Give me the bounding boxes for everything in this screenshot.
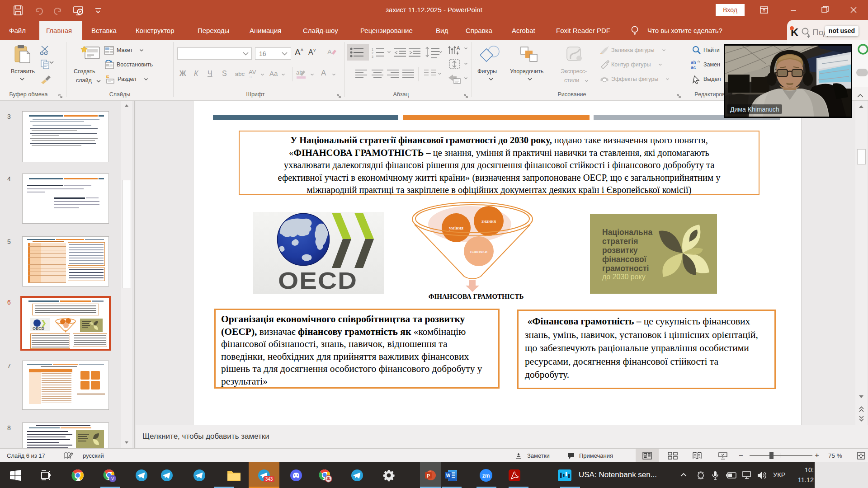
svg-text:A: A [327, 48, 332, 56]
svg-text:ac: ac [691, 65, 696, 70]
svg-text:навички: навички [470, 249, 488, 254]
svg-text:OECD: OECD [33, 326, 45, 330]
svg-text:знання: знання [481, 218, 496, 224]
svg-text:Дима Khimanuch: Дима Khimanuch [730, 106, 779, 113]
svg-text:2: 2 [372, 52, 373, 55]
svg-text:уміння: уміння [449, 225, 463, 230]
svg-text:1: 1 [372, 48, 373, 51]
svg-text:V: V [111, 476, 114, 481]
svg-text:zm: zm [482, 473, 490, 479]
svg-text:ab: ab [691, 60, 696, 65]
svg-text:A: A [457, 45, 460, 51]
svg-text:3: 3 [372, 55, 373, 58]
svg-text:W: W [446, 473, 451, 478]
svg-text:P: P [427, 473, 430, 479]
